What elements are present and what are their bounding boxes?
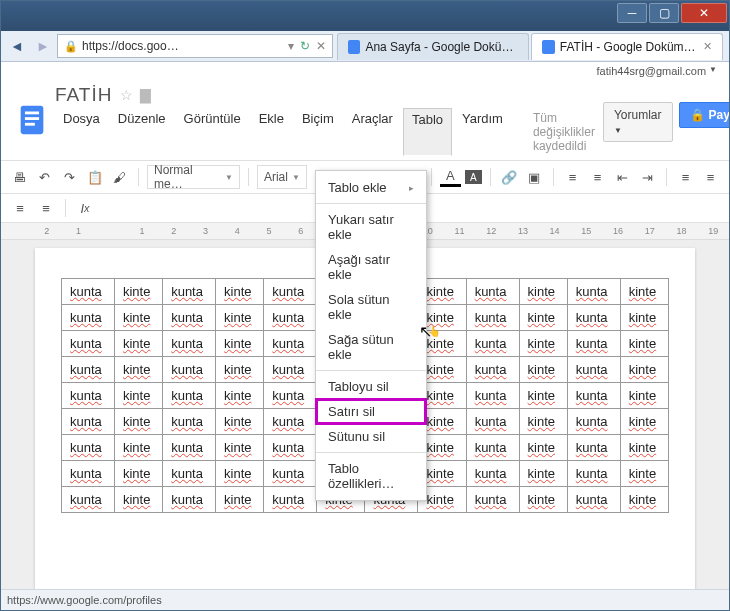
table-cell[interactable]: kunta [466,279,519,305]
table-cell[interactable]: kinte [620,487,668,513]
dropdown-icon[interactable]: ▾ [288,39,294,53]
table-cell[interactable]: kunta [62,357,115,383]
table-cell[interactable]: kunta [62,435,115,461]
menu-asagi-satir[interactable]: Aşağı satır ekle [316,247,426,287]
outdent-icon[interactable]: ⇤ [612,166,633,188]
menu-goruntule[interactable]: Görüntüle [176,108,249,156]
document-title[interactable]: FATİH [55,84,112,106]
menu-sutunu-sil[interactable]: Sütunu sil [316,424,426,449]
table-cell[interactable]: kinte [114,409,162,435]
table-cell[interactable]: kunta [62,461,115,487]
table-cell[interactable]: kinte [519,357,567,383]
window-maximize[interactable]: ▢ [649,3,679,23]
bullet-list-icon[interactable]: ≡ [587,166,608,188]
table-cell[interactable]: kunta [567,357,620,383]
table-cell[interactable]: kunta [466,357,519,383]
table-cell[interactable]: kinte [216,305,264,331]
table-cell[interactable]: kunta [466,305,519,331]
table-cell[interactable]: kinte [519,409,567,435]
table-cell[interactable]: kunta [163,331,216,357]
table-cell[interactable]: kunta [62,305,115,331]
browser-tab[interactable]: Ana Sayfa - Google Dokümanlar [337,33,529,60]
table-cell[interactable]: kinte [114,435,162,461]
line-spacing-icon[interactable]: ≡ [700,166,721,188]
table-cell[interactable]: kunta [466,435,519,461]
menu-tablo-ekle[interactable]: Tablo ekle▸ [316,175,426,200]
menu-tablo[interactable]: Tablo [403,108,452,156]
table-cell[interactable]: kunta [466,487,519,513]
table-cell[interactable]: kinte [216,279,264,305]
table-cell[interactable]: kinte [114,487,162,513]
table-cell[interactable]: kunta [567,409,620,435]
table-cell[interactable]: kunta [466,331,519,357]
table-cell[interactable]: kunta [163,461,216,487]
table-cell[interactable]: kinte [216,409,264,435]
nav-forward-icon[interactable]: ► [31,34,55,58]
table-cell[interactable]: kinte [620,435,668,461]
table-cell[interactable]: kunta [567,279,620,305]
numbered-list-icon[interactable]: ≡ [562,166,583,188]
table-cell[interactable]: kinte [216,435,264,461]
window-minimize[interactable]: ─ [617,3,647,23]
table-cell[interactable]: kinte [620,461,668,487]
table-cell[interactable]: kinte [114,331,162,357]
clipboard-icon[interactable]: 📋 [84,166,105,188]
indent-icon[interactable]: ⇥ [637,166,658,188]
table-cell[interactable]: kunta [567,305,620,331]
paint-format-icon[interactable]: 🖌 [109,166,130,188]
table-cell[interactable]: kinte [519,487,567,513]
table-cell[interactable]: kunta [567,461,620,487]
table-cell[interactable]: kunta [62,331,115,357]
table-cell[interactable]: kunta [567,487,620,513]
table-cell[interactable]: kinte [519,305,567,331]
table-cell[interactable]: kinte [216,357,264,383]
table-cell[interactable]: kunta [163,487,216,513]
table-cell[interactable]: kinte [216,461,264,487]
text-color-icon[interactable]: A [440,168,461,187]
table-cell[interactable]: kunta [163,357,216,383]
table-cell[interactable]: kunta [264,383,317,409]
table-cell[interactable]: kunta [264,279,317,305]
highlight-icon[interactable]: A [465,170,482,184]
table-cell[interactable]: kinte [519,279,567,305]
menu-tablo-ozellikleri[interactable]: Tablo özellikleri… [316,456,426,496]
table-cell[interactable]: kinte [620,357,668,383]
align-justify-icon[interactable]: ≡ [675,166,696,188]
table-cell[interactable]: kinte [620,305,668,331]
align-left-icon[interactable]: ≡ [9,197,31,219]
table-cell[interactable]: kinte [519,461,567,487]
redo-icon[interactable]: ↷ [59,166,80,188]
table-cell[interactable]: kunta [264,487,317,513]
link-icon[interactable]: 🔗 [499,166,520,188]
table-cell[interactable]: kunta [466,409,519,435]
align-center-icon[interactable]: ≡ [35,197,57,219]
menu-tabloyu-sil[interactable]: Tabloyu sil [316,374,426,399]
font-select[interactable]: Arial▼ [257,165,307,189]
table-cell[interactable]: kinte [114,461,162,487]
table-cell[interactable]: kinte [216,331,264,357]
table-cell[interactable]: kunta [264,461,317,487]
menu-sola-sutun[interactable]: Sola sütun ekle [316,287,426,327]
table-cell[interactable]: kunta [62,383,115,409]
menu-saga-sutun[interactable]: Sağa sütun ekle [316,327,426,367]
folder-icon[interactable]: ▇ [140,87,152,103]
table-cell[interactable]: kunta [466,461,519,487]
table-cell[interactable]: kunta [567,435,620,461]
table-cell[interactable]: kinte [620,279,668,305]
user-email[interactable]: fatih44srg@gmail.com [596,65,706,77]
stop-icon[interactable]: ✕ [316,39,326,53]
clear-format-icon[interactable]: Ix [74,197,96,219]
table-cell[interactable]: kinte [519,331,567,357]
print-icon[interactable]: 🖶 [9,166,30,188]
table-cell[interactable]: kunta [62,487,115,513]
menu-ekle[interactable]: Ekle [251,108,292,156]
tab-close-icon[interactable]: ✕ [703,40,712,53]
menu-yardim[interactable]: Yardım [454,108,511,156]
comments-button[interactable]: Yorumlar ▼ [603,102,673,142]
table-cell[interactable]: kunta [163,409,216,435]
table-cell[interactable]: kinte [114,357,162,383]
menu-dosya[interactable]: Dosya [55,108,108,156]
table-cell[interactable]: kinte [216,383,264,409]
table-cell[interactable]: kunta [264,331,317,357]
table-cell[interactable]: kunta [163,435,216,461]
